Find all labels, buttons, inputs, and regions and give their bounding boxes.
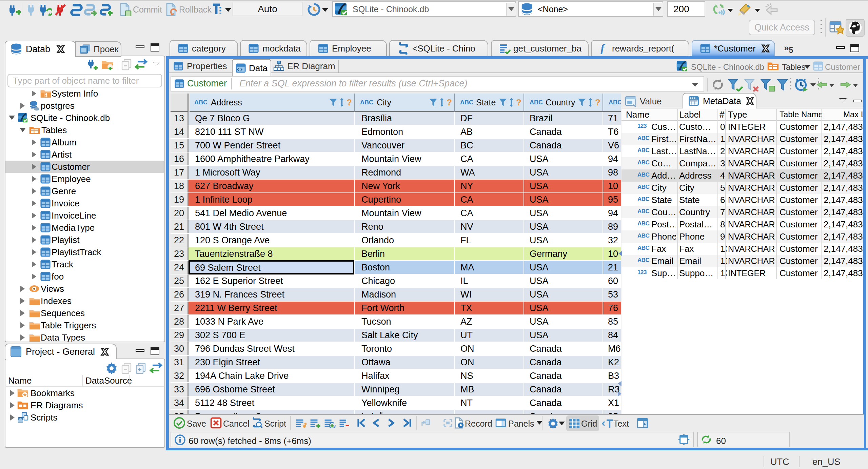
svg-text:f: f: [600, 43, 606, 54]
